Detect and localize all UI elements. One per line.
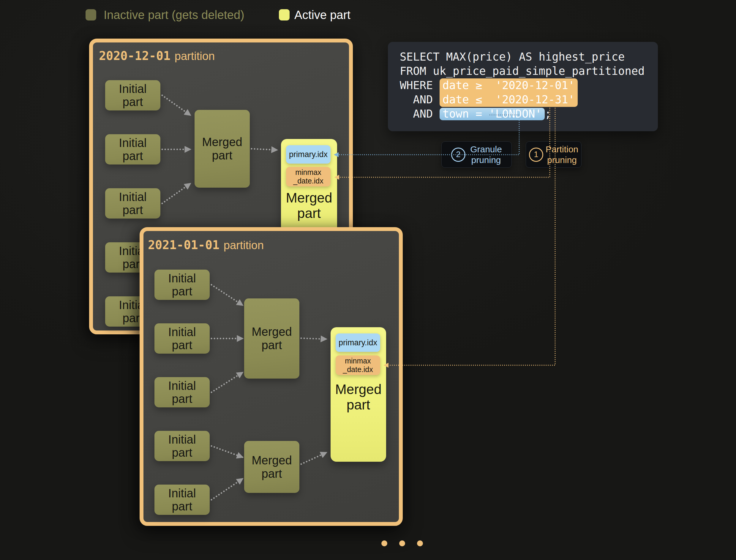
sql-keyword: WHERE	[400, 79, 440, 92]
sql-town-highlight: town = 'LONDON'	[440, 108, 545, 120]
pagination-dot-1[interactable]	[382, 540, 387, 546]
partition-pruning-line2: pruning	[547, 155, 577, 165]
sql-date-ge-highlight: date ≥ '2020-12-01'	[440, 78, 578, 93]
legend-inactive-label: Inactive part (gets deleted)	[104, 9, 244, 21]
circled-2-icon: 2	[451, 148, 466, 162]
partition-pruning-line1: Partition	[546, 144, 578, 154]
granule-pruning-line1: Granule	[470, 144, 502, 154]
granule-pruning-line2: pruning	[471, 155, 501, 165]
legend-inactive-swatch	[86, 9, 96, 20]
legend-active-label: Active part	[294, 9, 350, 21]
sql-date-le-highlight: date ≤ '2020-12-31'	[440, 93, 578, 107]
legend-active-swatch	[279, 9, 289, 20]
pagination-dot-3[interactable]	[417, 540, 423, 546]
partition-pruning-label: 1 Partition pruning	[526, 141, 582, 168]
sql-semicolon: ;	[545, 107, 551, 120]
sql-line-select: SELECT MAX(price) AS highest_price	[400, 50, 658, 64]
partition-pruning-text: Partition pruning	[546, 144, 578, 165]
ui-layer: Inactive part (gets deleted) Active part…	[0, 0, 736, 560]
sql-line-where: WHERE date ≥ '2020-12-01'	[400, 78, 658, 93]
sql-keyword: AND	[400, 93, 440, 106]
circled-1-icon: 1	[529, 148, 543, 162]
granule-pruning-label: 2 Granule pruning	[441, 141, 512, 168]
slide-canvas: 2020-12-01 partition Initial part Initia…	[0, 0, 736, 560]
pagination-dot-2[interactable]	[399, 540, 405, 546]
sql-query-box: SELECT MAX(price) AS highest_price FROM …	[388, 42, 658, 131]
sql-keyword: AND	[400, 107, 440, 120]
sql-line-from: FROM uk_price_paid_simple_partitioned	[400, 64, 658, 78]
sql-line-and-date: AND date ≤ '2020-12-31'	[400, 93, 658, 107]
granule-pruning-text: Granule pruning	[470, 144, 502, 165]
sql-line-and-town: AND town = 'LONDON';	[400, 107, 658, 121]
